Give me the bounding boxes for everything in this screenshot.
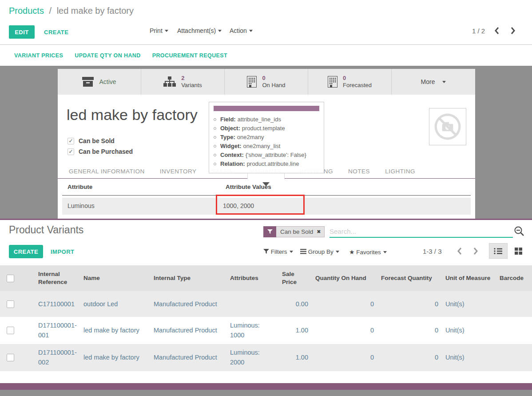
product-image-placeholder	[429, 108, 466, 145]
pager-previous-icon[interactable]	[494, 27, 500, 35]
favorites-menu[interactable]: ★ Favorites	[349, 248, 387, 256]
stat-button-forecasted[interactable]: 0 Forecasted	[308, 69, 392, 95]
list-view-icon	[494, 248, 503, 255]
can-be-sold-label: Can be Sold	[79, 137, 115, 144]
building-icon	[328, 76, 337, 88]
bottom-purple-bar	[0, 383, 532, 390]
facet-body: Can be Sold ✖	[276, 226, 325, 237]
col-forecast-quantity[interactable]: Forecast Quantity	[377, 265, 442, 291]
kanban-view-button[interactable]	[509, 243, 528, 259]
list-pager-next-icon[interactable]	[472, 247, 479, 255]
create-record-button[interactable]: CREATE	[44, 29, 68, 36]
tooltip-relation-row: Relation:product.attribute.line	[214, 160, 319, 168]
on-hand-label: On Hand	[262, 82, 285, 89]
procurement-request-button[interactable]: PROCUREMENT REQUEST	[152, 52, 227, 59]
row-select-cell	[0, 344, 35, 371]
tab-general-information[interactable]: GENERAL INFORMATION	[69, 164, 145, 178]
row-checkbox[interactable]	[7, 300, 14, 308]
archive-box-icon	[82, 77, 94, 87]
col-internal-reference[interactable]: Internal Reference	[35, 265, 80, 291]
select-all-header-cell	[0, 265, 35, 291]
breadcrumb-products-link[interactable]: Products	[9, 6, 44, 16]
variant-row[interactable]: D171100001-002 led make by factory Manuf…	[0, 344, 532, 371]
attachments-menu-label: Attachment(s)	[177, 27, 216, 34]
cell-attributes	[226, 291, 278, 317]
variant-prices-button[interactable]: VARIANT PRICES	[14, 52, 63, 59]
cell-qty-on-hand: 0	[312, 344, 377, 371]
select-all-checkbox[interactable]	[7, 275, 14, 282]
chevron-down-icon	[290, 251, 293, 253]
print-menu[interactable]: Print	[150, 27, 168, 34]
funnel-icon	[267, 229, 273, 234]
can-be-sold-row: ✓ Can be Sold	[67, 136, 115, 145]
stat-button-variants[interactable]: 2 Variants	[141, 69, 225, 95]
action-menu[interactable]: Action	[230, 27, 253, 34]
create-variant-button[interactable]: CREATE	[9, 245, 43, 258]
form-action-buttons: VARIANT PRICES UPDATE QTY ON HAND PROCUR…	[0, 45, 532, 66]
chevron-down-icon	[218, 30, 222, 32]
tooltip-field-value: attribute_line_ids	[238, 116, 281, 123]
tab-notes[interactable]: NOTES	[348, 164, 370, 178]
list-pager-previous-icon[interactable]	[457, 247, 463, 255]
breadcrumb-record-title: led make by factory	[57, 6, 134, 16]
attachments-menu[interactable]: Attachment(s)	[177, 27, 222, 34]
col-barcode[interactable]: Barcode	[496, 265, 532, 291]
circle-bullet-icon	[214, 127, 216, 130]
tab-lighting[interactable]: LIGHTING	[385, 164, 415, 178]
list-pager-count: 1-3 / 3	[423, 248, 442, 255]
list-view-button[interactable]	[489, 243, 508, 259]
stat-button-active[interactable]: Active	[58, 69, 141, 95]
forecasted-count: 0	[343, 75, 372, 82]
search-input[interactable]	[330, 225, 513, 238]
col-unit-of-measure[interactable]: Unit of Measure	[442, 265, 496, 291]
tooltip-widget-row: Widget:one2many_list	[214, 142, 319, 151]
col-internal-type[interactable]: Internal Type	[150, 265, 226, 291]
funnel-icon	[263, 249, 269, 254]
cell-reference: D171100001-002	[35, 344, 80, 371]
row-checkbox[interactable]	[7, 354, 14, 361]
highlight-annotation-box	[216, 195, 305, 215]
col-quantity-on-hand[interactable]: Quantity On Hand	[312, 265, 377, 291]
col-sale-price[interactable]: Sale Price	[278, 265, 312, 291]
can-be-sold-checkbox[interactable]: ✓	[67, 138, 74, 144]
cell-sale-price: 0.00	[278, 291, 312, 317]
col-name[interactable]: Name	[80, 265, 150, 291]
tooltip-context-label: Context:	[220, 152, 244, 158]
search-magnifier-icon[interactable]	[514, 226, 525, 237]
row-checkbox[interactable]	[7, 327, 14, 334]
building-icon	[247, 76, 257, 88]
variant-row[interactable]: D171100001-001 led make by factory Manuf…	[0, 317, 532, 344]
tooltip-field-row: Field:attribute_line_ids	[214, 115, 319, 124]
group-by-menu[interactable]: Group By	[300, 248, 339, 255]
pager-next-icon[interactable]	[510, 27, 516, 35]
col-attributes[interactable]: Attributes	[226, 265, 278, 291]
facet-label: Can be Sold	[280, 228, 313, 235]
import-button[interactable]: IMPORT	[51, 248, 75, 255]
filters-menu[interactable]: Filters	[263, 248, 293, 255]
breadcrumb-separator: /	[49, 6, 52, 16]
kanban-view-icon	[515, 248, 522, 255]
cell-qty-on-hand: 0	[312, 317, 377, 344]
section-divider	[0, 219, 532, 220]
row-select-cell	[0, 291, 35, 317]
variant-row[interactable]: C171100001 outdoor Led Manufactured Prod…	[0, 291, 532, 317]
tooltip-relation-label: Relation:	[220, 160, 245, 167]
cell-internal-type: Manufactured Product	[150, 291, 226, 317]
record-pager-count: 1 / 2	[472, 27, 485, 35]
chevron-down-icon	[249, 30, 253, 32]
product-title: led make by factory	[67, 106, 198, 124]
row-select-cell	[0, 317, 35, 344]
edit-button[interactable]: EDIT	[9, 25, 35, 39]
more-menu[interactable]: More	[392, 69, 475, 95]
can-be-purchased-checkbox[interactable]: ✓	[67, 148, 74, 155]
tooltip-context-value: {'show_attribute': False}	[246, 152, 306, 158]
tab-inventory[interactable]: INVENTORY	[160, 164, 197, 178]
facet-remove-icon[interactable]: ✖	[317, 229, 321, 235]
filters-label: Filters	[271, 248, 287, 255]
tooltip-widget-label: Widget:	[220, 143, 242, 149]
tooltip-type-label: Type:	[220, 134, 235, 140]
stat-button-on-hand[interactable]: 0 On Hand	[225, 69, 308, 95]
field-debug-tooltip: Field:attribute_line_ids Object:product.…	[209, 102, 324, 173]
circle-bullet-icon	[214, 163, 216, 165]
update-qty-on-hand-button[interactable]: UPDATE QTY ON HAND	[75, 52, 140, 59]
